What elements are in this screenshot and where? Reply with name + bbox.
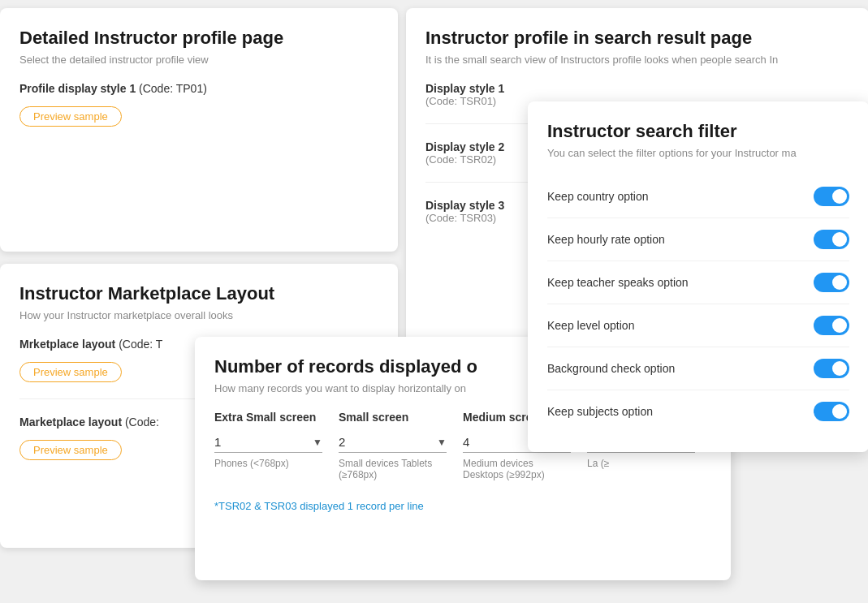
- filter-row-background: Background check option: [547, 347, 849, 390]
- filter-speaks-label: Keep teacher speaks option: [547, 276, 689, 289]
- preview-sample-button-3[interactable]: Preview sample: [19, 440, 122, 460]
- search-result-title: Instructor profile in search result page: [425, 28, 849, 49]
- detailed-profile-title: Detailed Instructor profile page: [19, 28, 378, 49]
- medium-desc: Medium devices Desktops (≥992px): [463, 458, 571, 480]
- extra-small-col: Extra Small screen 1 2 3 4 ▼ Phones (<76…: [214, 411, 339, 480]
- filter-title: Instructor search filter: [547, 121, 849, 142]
- filter-subjects-toggle[interactable]: [814, 402, 849, 421]
- filter-country-label: Keep country option: [547, 190, 649, 203]
- filter-row-speaks: Keep teacher speaks option: [547, 261, 849, 304]
- filter-subjects-label: Keep subjects option: [547, 405, 653, 418]
- small-select[interactable]: 1 2 3 4: [339, 432, 447, 453]
- profile-style-label: Profile display style 1 (Code: TP01): [19, 82, 378, 95]
- filter-speaks-toggle[interactable]: [814, 273, 849, 292]
- search-result-subtitle: It is the small search view of Instructo…: [425, 54, 849, 66]
- filter-subtitle: You can select the filter options for yo…: [547, 147, 849, 159]
- filter-background-label: Background check option: [547, 362, 675, 375]
- preview-sample-button-2[interactable]: Preview sample: [19, 362, 122, 382]
- display-style-1-name: Display style 1: [425, 82, 849, 95]
- filter-hourly-toggle[interactable]: [814, 230, 849, 249]
- filter-background-slider: [814, 359, 849, 378]
- records-note[interactable]: *TSR02 & TSR03 displayed 1 record per li…: [214, 500, 711, 512]
- filter-country-slider: [814, 187, 849, 206]
- filter-level-label: Keep level option: [547, 319, 634, 332]
- filter-row-subjects: Keep subjects option: [547, 390, 849, 433]
- filter-row-hourly: Keep hourly rate option: [547, 218, 849, 261]
- filter-card: Instructor search filter You can select …: [528, 101, 868, 452]
- filter-speaks-slider: [814, 273, 849, 292]
- preview-sample-button-1[interactable]: Preview sample: [19, 106, 122, 127]
- small-label: Small screen: [339, 411, 447, 424]
- small-col: Small screen 1 2 3 4 ▼ Small devices Tab…: [339, 411, 463, 480]
- extra-small-desc: Phones (<768px): [214, 458, 322, 469]
- filter-level-slider: [814, 316, 849, 335]
- small-select-wrapper: 1 2 3 4 ▼: [339, 432, 447, 453]
- filter-row-country: Keep country option: [547, 175, 849, 218]
- marketplace-subtitle: How your Instructor marketplace overall …: [19, 309, 378, 321]
- filter-background-toggle[interactable]: [814, 359, 849, 378]
- extra-small-select[interactable]: 1 2 3 4: [214, 432, 322, 453]
- filter-country-toggle[interactable]: [814, 187, 849, 206]
- marketplace-title: Instructor Marketplace Layout: [19, 283, 378, 304]
- small-desc: Small devices Tablets (≥768px): [339, 458, 447, 480]
- filter-row-level: Keep level option: [547, 304, 849, 347]
- filter-hourly-label: Keep hourly rate option: [547, 233, 665, 246]
- large-desc: La (≥: [587, 458, 695, 469]
- extra-small-label: Extra Small screen: [214, 411, 322, 424]
- filter-subjects-slider: [814, 402, 849, 421]
- filter-hourly-slider: [814, 230, 849, 249]
- extra-small-select-wrapper: 1 2 3 4 ▼: [214, 432, 322, 453]
- filter-level-toggle[interactable]: [814, 316, 849, 335]
- detailed-profile-card: Detailed Instructor profile page Select …: [0, 8, 398, 252]
- detailed-profile-subtitle: Select the detailed instructor profile v…: [19, 54, 378, 66]
